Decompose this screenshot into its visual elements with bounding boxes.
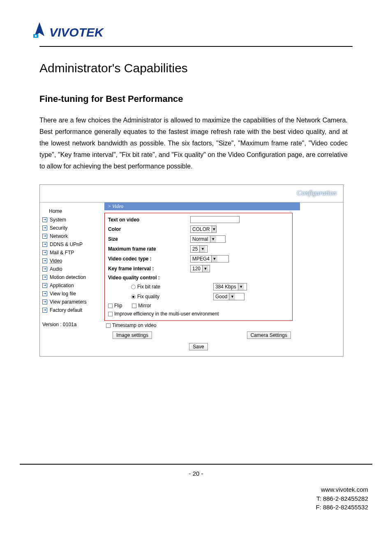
highlighted-region: Text on video Color COLOR▼ Size Normal▼	[104, 213, 293, 321]
checkbox-icon	[108, 312, 113, 316]
sidebar-item-label: Network	[50, 233, 68, 239]
select-value: 384 Kbps	[214, 284, 238, 290]
arrow-icon	[42, 258, 47, 263]
sidebar-item-label: View log file	[50, 291, 76, 297]
svg-point-1	[35, 35, 37, 37]
sidebar-item-video[interactable]: Video	[42, 257, 101, 265]
camera-settings-button[interactable]: Camera Settings	[247, 332, 291, 339]
sidebar-item-network[interactable]: Network	[42, 232, 101, 240]
timestamp-checkbox[interactable]: Timestamp on video	[106, 322, 157, 328]
max-frame-rate-label: Maximum frame rate	[106, 246, 190, 252]
key-frame-interval-select[interactable]: 120▼	[190, 265, 210, 272]
sidebar-item-label: Mail & FTP	[50, 250, 74, 256]
max-frame-rate-select[interactable]: 25▼	[190, 245, 208, 253]
sidebar-item-label: Application	[50, 283, 74, 288]
chevron-down-icon: ▼	[202, 265, 208, 272]
video-codec-select[interactable]: MPEG4▼	[190, 255, 229, 263]
sidebar-item-label: Audio	[50, 266, 62, 272]
select-value: COLOR	[191, 226, 212, 232]
save-button[interactable]: Save	[189, 343, 208, 350]
fix-quality-option[interactable]: Fix quality	[106, 294, 213, 299]
video-codec-label: Video codec type :	[106, 256, 190, 262]
sidebar-item-view-parameters[interactable]: View parameters	[42, 298, 101, 306]
sidebar-item-label: Factory default	[50, 307, 82, 313]
improve-efficiency-checkbox[interactable]: Improve efficiency in the multi-user env…	[108, 311, 219, 317]
sidebar-item-application[interactable]: Application	[42, 281, 101, 290]
sidebar-item-motion-detection[interactable]: Motion detection	[42, 273, 101, 281]
mirror-checkbox[interactable]: Mirror	[132, 303, 151, 309]
fix-quality-label: Fix quality	[137, 294, 159, 299]
arrow-icon	[42, 291, 47, 296]
chevron-down-icon: ▼	[212, 226, 216, 233]
sidebar-item-security[interactable]: Security	[42, 224, 101, 232]
intro-paragraph: There are a few choices the Administrato…	[39, 115, 348, 172]
footer-fax: F: 886-2-82455532	[316, 503, 368, 512]
sidebar-item-label: System	[50, 217, 66, 223]
timestamp-label: Timestamp on video	[112, 322, 157, 328]
flip-checkbox[interactable]: Flip	[108, 303, 122, 309]
sidebar-item-label: Security	[50, 225, 67, 231]
page-title: Administrator's Capabilities	[39, 61, 348, 75]
select-value: 25	[191, 246, 199, 252]
sidebar-item-label: Video	[50, 258, 62, 264]
sidebar-item-factory-default[interactable]: Factory default	[42, 306, 101, 314]
chevron-down-icon: ▼	[238, 283, 244, 290]
fix-quality-select[interactable]: Good▼	[213, 293, 244, 300]
flip-label: Flip	[114, 303, 122, 309]
page-number: - 20 -	[0, 470, 392, 477]
fix-bit-rate-select[interactable]: 384 Kbps▼	[213, 283, 247, 290]
fix-bit-rate-label: Fix bit rate	[137, 284, 160, 290]
arrow-icon	[42, 283, 47, 288]
arrow-icon	[42, 299, 47, 304]
color-select[interactable]: COLOR▼	[190, 226, 217, 233]
improve-efficiency-label: Improve efficiency in the multi-user env…	[114, 311, 219, 317]
mirror-label: Mirror	[138, 303, 151, 309]
sidebar-item-home[interactable]: Home	[42, 207, 101, 216]
logo-text: VIVOTEK	[49, 26, 104, 39]
fix-bit-rate-option[interactable]: Fix bit rate	[106, 284, 213, 290]
arrow-icon	[42, 242, 47, 247]
arrow-icon	[42, 217, 47, 222]
sidebar-item-view-log-file[interactable]: View log file	[42, 290, 101, 298]
sidebar-item-ddns-upnp[interactable]: DDNS & UPnP	[42, 240, 101, 249]
breadcrumb: > Video	[104, 203, 300, 210]
checkbox-icon	[106, 323, 111, 328]
image-settings-button[interactable]: Image settings	[113, 332, 152, 339]
checkbox-icon	[108, 304, 113, 308]
sidebar-item-mail-ftp[interactable]: Mail & FTP	[42, 249, 101, 257]
video-quality-control-label: Video quality control :	[106, 275, 190, 281]
section-heading: Fine-tuning for Best Performance	[39, 94, 348, 104]
text-on-video-input[interactable]	[190, 216, 240, 223]
arrow-icon	[42, 234, 47, 239]
chevron-down-icon: ▼	[210, 236, 216, 242]
size-label: Size	[106, 236, 190, 242]
color-label: Color	[106, 226, 190, 232]
version-label: Version : 0101a	[42, 322, 101, 327]
arrow-icon	[42, 226, 47, 230]
sidebar: Home System Security Network DDNS & UPnP…	[40, 203, 101, 356]
radio-icon	[131, 285, 136, 289]
footer-url: www.vivotek.com	[316, 485, 368, 494]
sidebar-item-label: Motion detection	[50, 274, 86, 280]
chevron-down-icon: ▼	[211, 256, 217, 262]
chevron-down-icon: ▼	[199, 246, 205, 252]
sidebar-item-label: View parameters	[50, 299, 87, 305]
checkbox-icon	[132, 304, 136, 308]
arrow-icon	[42, 267, 47, 272]
config-panel: Configuration Home System Security Netwo…	[39, 184, 344, 357]
chevron-down-icon: ▼	[229, 293, 235, 300]
footer: www.vivotek.com T: 886-2-82455282 F: 886…	[316, 485, 368, 512]
radio-icon	[131, 295, 136, 299]
brand-logo: VIVOTEK	[32, 21, 372, 39]
size-select[interactable]: Normal▼	[190, 235, 226, 243]
text-on-video-label: Text on video	[106, 217, 190, 223]
footer-tel: T: 886-2-82455282	[316, 494, 368, 503]
arrow-icon	[42, 308, 47, 313]
select-value: Normal	[191, 236, 210, 242]
sidebar-item-audio[interactable]: Audio	[42, 265, 101, 273]
panel-header: Configuration	[40, 185, 343, 203]
select-value: 120	[191, 266, 202, 272]
sidebar-item-system[interactable]: System	[42, 216, 101, 224]
divider-bottom	[20, 464, 372, 465]
select-value: Good	[214, 294, 229, 299]
